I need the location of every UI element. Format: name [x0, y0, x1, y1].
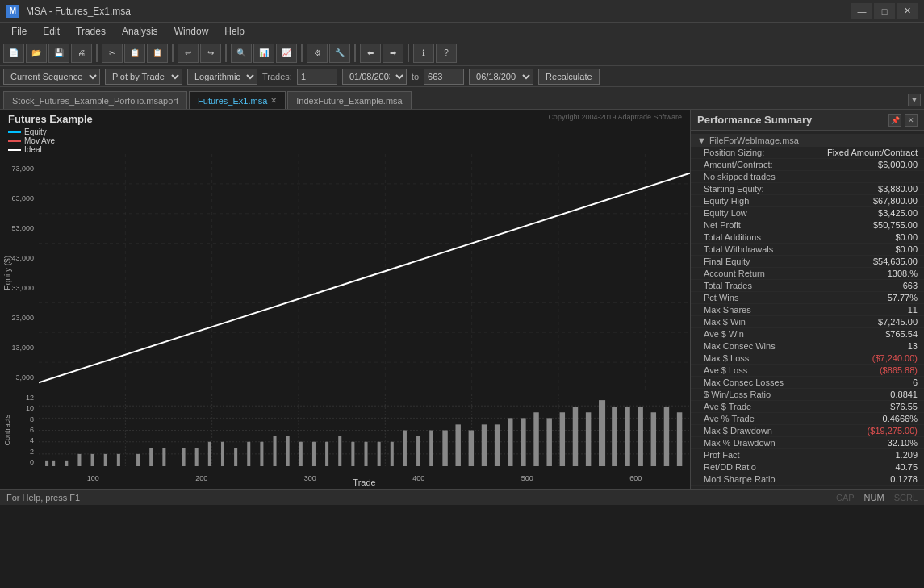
tab-index-label: IndexFuture_Example.msa: [296, 96, 402, 106]
tb-save[interactable]: 💾: [48, 44, 69, 63]
y-label-2: 53,000: [11, 224, 34, 232]
svg-rect-42: [274, 436, 277, 466]
trades-from-input[interactable]: [297, 69, 337, 85]
date-to-dropdown[interactable]: 06/18/2008: [469, 69, 533, 85]
plot-dropdown[interactable]: Plot by Trade: [105, 69, 182, 85]
perf-row-label: Equity High: [704, 196, 873, 206]
perf-row: Max $ Drawdown($19,275.00): [691, 425, 924, 437]
svg-rect-36: [195, 448, 199, 466]
svg-rect-58: [482, 424, 487, 466]
tb-redo[interactable]: ↪: [200, 44, 221, 63]
perf-row: Max Shares11: [691, 304, 924, 316]
perf-row: Amount/Contract:$6,000.00: [691, 159, 924, 171]
scale-dropdown[interactable]: Logarithmic: [187, 69, 257, 85]
tb-zoom[interactable]: 🔍: [231, 44, 252, 63]
menu-trades[interactable]: Trades: [68, 24, 114, 39]
perf-row: Total Withdrawals$0.00: [691, 244, 924, 256]
y-contracts-12: 12: [26, 394, 34, 402]
maximize-button[interactable]: □: [874, 3, 895, 19]
perf-row-label: Equity Low: [704, 208, 878, 218]
tb-help[interactable]: ?: [436, 44, 457, 63]
date-from-dropdown[interactable]: 01/08/2003: [342, 69, 407, 85]
svg-rect-67: [599, 400, 605, 466]
tb-fwd[interactable]: ➡: [383, 44, 403, 63]
perf-row: Mod Sharpe Ratio0.1278: [691, 473, 924, 486]
svg-rect-48: [351, 442, 354, 466]
tb-open[interactable]: 📂: [26, 44, 47, 63]
svg-rect-53: [416, 436, 420, 466]
svg-rect-44: [299, 442, 303, 466]
tb-info[interactable]: ℹ: [413, 44, 434, 63]
svg-rect-72: [664, 407, 669, 466]
svg-rect-28: [77, 454, 81, 466]
perf-row-value: ($19,275.00): [868, 426, 918, 436]
equity-axis-label: Equity ($): [3, 256, 12, 290]
app-icon: M: [6, 5, 19, 18]
tb-tools[interactable]: 🔧: [329, 44, 350, 63]
tb-settings[interactable]: ⚙: [307, 44, 328, 63]
y-label-6: 13,000: [11, 344, 34, 352]
status-indicators: CAP NUM SCRL: [836, 493, 918, 503]
svg-rect-51: [391, 442, 394, 466]
cap-indicator: CAP: [836, 493, 855, 503]
svg-rect-30: [104, 454, 107, 466]
perf-rows-container: Position Sizing:Fixed Amount/ContractAmo…: [691, 147, 924, 486]
legend-movave-label: Mov Ave: [24, 136, 55, 145]
num-indicator: NUM: [864, 493, 884, 503]
tab-dropdown-button[interactable]: ▼: [908, 94, 921, 106]
perf-row-value: 0.1278: [890, 474, 918, 484]
perf-row: Ave $ Loss($865.88): [691, 365, 924, 377]
title-bar: M MSA - Futures_Ex1.msa — □ ✕: [0, 0, 924, 23]
close-tab-icon[interactable]: ✕: [270, 96, 277, 105]
perf-row: Starting Equity:$3,880.00: [691, 183, 924, 195]
perf-row-value: 6: [913, 377, 918, 387]
sequence-dropdown[interactable]: Current Sequence: [3, 69, 100, 85]
tb-undo[interactable]: ↩: [178, 44, 199, 63]
perf-row-value: 11: [908, 305, 918, 315]
y-contracts-10: 10: [26, 404, 34, 412]
perf-row: Ave $ Trade$76.55: [691, 401, 924, 413]
tab-portfolio[interactable]: Stock_Futures_Example_Porfolio.msaport: [3, 91, 187, 109]
perf-row-value: 1308.%: [888, 269, 918, 278]
svg-rect-47: [338, 436, 341, 466]
minimize-button[interactable]: —: [851, 3, 872, 19]
menu-analysis[interactable]: Analysis: [114, 24, 166, 39]
perf-section-name: FileForWebImage.msa: [709, 136, 799, 145]
perf-pin-button[interactable]: 📌: [888, 114, 901, 127]
svg-rect-68: [612, 407, 617, 466]
menu-file[interactable]: File: [3, 24, 35, 39]
svg-rect-63: [546, 418, 551, 466]
legend-ideal-label: Ideal: [24, 145, 42, 154]
menu-window[interactable]: Window: [166, 24, 217, 39]
tab-futures-ex1[interactable]: Futures_Ex1.msa ✕: [189, 91, 286, 109]
tb-copy[interactable]: 📋: [124, 44, 145, 63]
perf-row-label: Ave $ Loss: [704, 365, 880, 375]
tab-index-future[interactable]: IndexFuture_Example.msa: [287, 91, 411, 109]
perf-row-label: Total Trades: [704, 281, 903, 290]
menu-bar: File Edit Trades Analysis Window Help: [0, 23, 924, 40]
perf-close-button[interactable]: ✕: [905, 114, 918, 127]
tb-bar-chart[interactable]: 📊: [253, 44, 274, 63]
tb-back[interactable]: ⬅: [360, 44, 381, 63]
window-title: MSA - Futures_Ex1.msa: [26, 6, 851, 17]
perf-row-value: $50,755.00: [873, 220, 918, 230]
close-button[interactable]: ✕: [897, 3, 918, 19]
menu-edit[interactable]: Edit: [35, 24, 68, 39]
tb-print[interactable]: 🖨: [71, 44, 92, 63]
trade-to-input[interactable]: [424, 69, 464, 85]
perf-row-label: Amount/Contract:: [704, 160, 878, 169]
svg-rect-40: [247, 442, 250, 466]
menu-help[interactable]: Help: [216, 24, 253, 39]
tb-paste[interactable]: 📋: [147, 44, 168, 63]
recalculate-button[interactable]: Recalculate: [538, 69, 599, 85]
perf-row-label: Final Equity: [704, 256, 873, 266]
tb-new[interactable]: 📄: [3, 44, 24, 63]
perf-row-value: $3,880.00: [878, 184, 918, 194]
tb-cut[interactable]: ✂: [102, 44, 123, 63]
perf-row: Total Trades663: [691, 280, 924, 292]
tb-line-chart[interactable]: 📈: [276, 44, 297, 63]
perf-section-file[interactable]: ▼ FileForWebImage.msa: [691, 134, 924, 147]
chart-title: Futures Example: [8, 113, 93, 125]
tb-sep1: [96, 44, 98, 62]
svg-rect-73: [677, 412, 682, 466]
